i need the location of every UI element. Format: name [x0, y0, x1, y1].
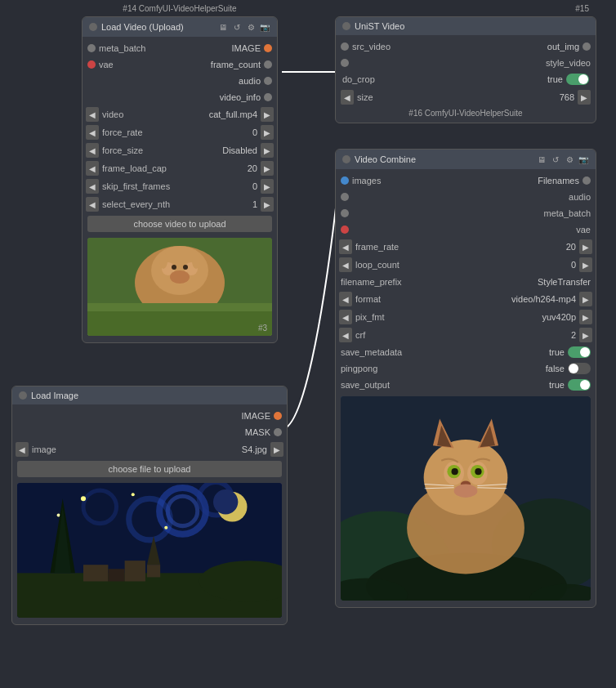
crf-label: crf: [354, 330, 569, 340]
video-arrow-left[interactable]: ◀: [86, 107, 99, 122]
canvas: #14 ComfyUI-VideoHelperSuite Load Video …: [0, 0, 616, 688]
image-stepper[interactable]: ◀ image S4.jpg ▶: [12, 440, 287, 458]
video-info-row: video_info: [83, 89, 277, 105]
pix-fmt-arrow-right[interactable]: ▶: [579, 310, 592, 324]
select-nth-value: 1: [252, 199, 259, 209]
meta-batch-combine-row: meta_batch: [336, 205, 596, 221]
node-dot-combine: [342, 155, 350, 163]
image-arrow-left[interactable]: ◀: [16, 442, 29, 457]
style-video-label: style_video: [546, 58, 591, 68]
meta-batch-combine-connector: [341, 209, 349, 217]
node16-label: #16 ComfyUI-VideoHelperSuite: [405, 109, 525, 118]
image-output-label: IMAGE: [242, 411, 270, 421]
save-metadata-toggle[interactable]: [568, 346, 591, 358]
format-value: video/h264-mp4: [511, 294, 578, 304]
force-size-arrow-left[interactable]: ◀: [86, 143, 99, 158]
skip-frames-label: skip_first_frames: [100, 181, 251, 191]
style-video-row: style_video: [336, 55, 596, 71]
starry-night-preview: [17, 483, 282, 618]
filename-prefix-value: StyleTransfer: [538, 277, 591, 287]
pix-fmt-arrow-left[interactable]: ◀: [339, 310, 352, 324]
force-size-arrow-right[interactable]: ▶: [261, 143, 274, 158]
video-info-connector: [264, 93, 272, 101]
node-combine-body: images Filenames audio meta_batch vae: [336, 169, 596, 607]
src-video-connector-left: [341, 42, 349, 51]
video-preview-image: #3: [87, 238, 272, 336]
image-badge: #3: [258, 324, 267, 333]
svg-point-5: [170, 270, 190, 284]
force-rate-stepper[interactable]: ◀ force_rate 0 ▶: [83, 123, 277, 141]
svg-rect-29: [125, 561, 145, 581]
do-crop-label: do_crop: [342, 74, 375, 84]
images-label: images: [352, 176, 381, 185]
pingpong-toggle[interactable]: [568, 363, 591, 374]
svg-point-8: [159, 252, 167, 269]
video-arrow-right[interactable]: ▶: [261, 107, 274, 122]
svg-point-20: [81, 496, 86, 501]
mask-output-connector: [274, 428, 282, 436]
size-stepper[interactable]: ◀ size 768 ▶: [336, 87, 596, 107]
skip-first-frames-stepper[interactable]: ◀ skip_first_frames 0 ▶: [83, 177, 277, 195]
frame-load-cap-arrow-left[interactable]: ◀: [86, 161, 99, 176]
size-arrow-left[interactable]: ◀: [341, 90, 354, 105]
loop-count-arrow-right[interactable]: ▶: [579, 257, 592, 272]
vae-connector-left: [87, 60, 96, 69]
size-arrow-right[interactable]: ▶: [578, 90, 591, 105]
format-stepper[interactable]: ◀ format video/h264-mp4 ▶: [336, 290, 596, 308]
node-load-video-header: #14 ComfyUI-VideoHelperSuite Load Video …: [83, 17, 277, 37]
svg-point-23: [164, 526, 167, 529]
node-dot-unist: [342, 22, 350, 30]
vae-combine-label: vae: [576, 225, 591, 235]
force-size-value: Disabled: [222, 145, 259, 155]
loop-count-label: loop_count: [354, 260, 569, 270]
frame-rate-arrow-left[interactable]: ◀: [339, 239, 352, 254]
audio-label: audio: [239, 76, 261, 86]
do-crop-toggle[interactable]: [566, 74, 589, 85]
choose-file-upload-button[interactable]: choose file to upload: [17, 461, 282, 477]
images-connector-left: [341, 176, 349, 185]
select-every-nth-stepper[interactable]: ◀ select_every_nth 1 ▶: [83, 195, 277, 213]
video-stepper[interactable]: ◀ video cat_full.mp4 ▶: [83, 105, 277, 123]
pingpong-row: pingpong false: [336, 360, 596, 377]
format-arrow-right[interactable]: ▶: [579, 292, 592, 306]
select-nth-label: select_every_nth: [100, 199, 251, 209]
image-stepper-label: image: [30, 445, 240, 454]
images-row: images Filenames: [336, 172, 596, 189]
image-arrow-right[interactable]: ▶: [270, 442, 283, 457]
meta-batch-connector-left: [87, 44, 96, 52]
meta-batch-row: meta_batch IMAGE: [83, 40, 277, 56]
skip-frames-arrow-right[interactable]: ▶: [261, 179, 274, 194]
skip-frames-arrow-left[interactable]: ◀: [86, 179, 99, 194]
svg-point-43: [452, 468, 458, 475]
svg-point-21: [132, 493, 135, 496]
select-nth-arrow-right[interactable]: ▶: [261, 197, 274, 212]
loop-count-stepper[interactable]: ◀ loop_count 0 ▶: [336, 256, 596, 274]
node-unist-body: src_video out_img style_video do_crop tr…: [336, 35, 596, 123]
image-preview: [17, 483, 282, 618]
choose-video-upload-button[interactable]: choose video to upload: [87, 216, 272, 232]
pix-fmt-value: yuv420p: [542, 312, 578, 322]
force-rate-arrow-left[interactable]: ◀: [86, 125, 99, 140]
crf-arrow-left[interactable]: ◀: [339, 328, 352, 342]
force-size-stepper[interactable]: ◀ force_size Disabled ▶: [83, 141, 277, 159]
do-crop-value: true: [547, 74, 563, 84]
loop-count-arrow-left[interactable]: ◀: [339, 257, 352, 272]
select-nth-arrow-left[interactable]: ◀: [86, 197, 99, 212]
crf-stepper[interactable]: ◀ crf 2 ▶: [336, 326, 596, 344]
save-output-toggle[interactable]: [568, 379, 591, 391]
frame-load-cap-stepper[interactable]: ◀ frame_load_cap 20 ▶: [83, 159, 277, 177]
style-video-connector-left: [341, 59, 349, 67]
frame-load-cap-arrow-right[interactable]: ▶: [261, 161, 274, 176]
svg-rect-28: [108, 569, 124, 581]
node-load-image-header: Load Image: [12, 386, 287, 404]
node-unist-title: UniST Video: [355, 21, 404, 31]
audio-combine-row: audio: [336, 189, 596, 205]
force-rate-arrow-right[interactable]: ▶: [261, 125, 274, 140]
frame-rate-arrow-right[interactable]: ▶: [579, 239, 592, 254]
crf-arrow-right[interactable]: ▶: [579, 328, 592, 342]
force-rate-label: force_rate: [100, 127, 251, 137]
frame-rate-stepper[interactable]: ◀ frame_rate 20 ▶: [336, 238, 596, 256]
format-arrow-left[interactable]: ◀: [339, 292, 352, 306]
format-label: format: [354, 294, 510, 304]
pix-fmt-stepper[interactable]: ◀ pix_fmt yuv420p ▶: [336, 308, 596, 326]
